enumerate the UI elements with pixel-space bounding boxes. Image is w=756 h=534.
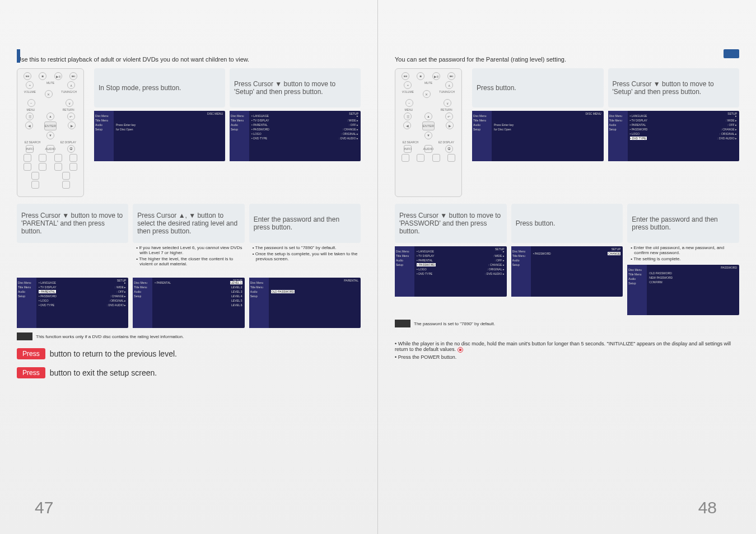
row-2-right: Press Cursor ▼ button to move to 'PASSWO… — [395, 204, 739, 315]
step-1: In Stop mode, press button. DISC MENU Di… — [94, 68, 225, 197]
remote-illustration: ⏮■▶Ⅱ⏭ +MUTE∧ VOLUME✕TUNING/CH −∨ MENURET… — [17, 68, 84, 197]
footer-return-text: button to return to the previous level. — [50, 349, 177, 358]
screenshot-disc-menu: DISC MENU Disc MenuTitle MenuAudioSetup … — [94, 111, 225, 161]
note-row-right: The password is set to "7890" by default… — [395, 320, 739, 327]
step-2: Press Cursor ▼ button to move to 'Setup'… — [230, 68, 361, 197]
intro-text-right: You can set the password for the Parenta… — [395, 56, 739, 63]
heading-bar — [17, 49, 20, 63]
note-row: This function works only if a DVD disc c… — [17, 332, 361, 340]
step-5-right-text: Enter the password and then press button… — [627, 204, 739, 243]
press-pill: Press — [17, 348, 45, 359]
screenshot-change: SETUP Disc MenuTitle MenuAudioSetup • PA… — [511, 246, 623, 297]
footer-return: Press button to return to the previous l… — [17, 348, 361, 359]
screenshot-password-fields: PASSWORD Disc MenuTitle MenuAudioSetup O… — [627, 265, 739, 315]
screenshot-parental-hl: SETUP Disc MenuTitle MenuAudioSetup • LA… — [17, 278, 128, 328]
note-tag — [17, 332, 32, 340]
step-4-right-text: Press button. — [511, 204, 623, 243]
step-5-notes: The password is set to "7890" by default… — [249, 245, 361, 261]
screenshot-setup-right: SETUP Disc MenuTitle MenuAudioSetup • LA… — [608, 111, 740, 161]
step-3-right-text: Press Cursor ▼ button to move to 'PASSWO… — [395, 204, 507, 243]
stop-icon — [458, 347, 463, 353]
row-1: ⏮■▶Ⅱ⏭ +MUTE∧ VOLUME✕TUNING/CH −∨ MENURET… — [17, 68, 361, 197]
step-4-text: Press Cursor ▲, ▼ button to select the d… — [133, 204, 244, 243]
step-2-right-text: Press Cursor ▼ button to move to 'Setup'… — [608, 68, 740, 107]
row-2-shots: SETUP Disc MenuTitle MenuAudioSetup • LA… — [17, 274, 361, 328]
step-5-right-notes: Enter the old password, a new password, … — [627, 245, 739, 261]
row-1-right: ⏮■▶Ⅱ⏭ +MUTE∧ VOLUME✕TUNING/CH −∨ MENURET… — [395, 68, 739, 197]
page-number: 47 — [35, 498, 53, 517]
note-text: This function works only if a DVD disc c… — [36, 334, 184, 339]
page-spread: Use this to restrict playback of adult o… — [0, 0, 756, 534]
page-right: You can set the password for the Parenta… — [378, 0, 756, 534]
heading-bar-right — [724, 49, 739, 58]
step-5-text: Enter the password and then press button… — [249, 204, 361, 243]
page-left: Use this to restrict playback of adult o… — [0, 0, 378, 534]
note-text-right: The password is set to "7890" by default… — [414, 321, 495, 326]
page-number-right: 48 — [698, 498, 717, 517]
step-1-text: In Stop mode, press button. — [94, 68, 225, 107]
step-4-notes: If you have selected Level 6, you cannot… — [133, 245, 244, 266]
footer-exit: Press button to exit the setup screen. — [17, 367, 361, 378]
screenshot-password-hl: SETUP Disc MenuTitle MenuAudioSetup • LA… — [395, 246, 507, 297]
press-pill: Press — [17, 367, 45, 378]
screenshot-levels: SETUP Disc MenuTitle MenuAudioSetup • PA… — [133, 278, 244, 328]
screenshot-old-password: PARENTAL Disc MenuTitle MenuAudioSetup O… — [249, 278, 361, 328]
step-2-text: Press Cursor ▼ button to move to 'Setup'… — [230, 68, 361, 107]
step-2-right: Press Cursor ▼ button to move to 'Setup'… — [608, 68, 740, 197]
intro-text: Use this to restrict playback of adult o… — [17, 56, 361, 63]
remote-illustration-right: ⏮■▶Ⅱ⏭ +MUTE∧ VOLUME✕TUNING/CH −∨ MENURET… — [395, 68, 462, 197]
row-2-heads: Press Cursor ▼ button to move to 'PARENT… — [17, 204, 361, 268]
step-3-text: Press Cursor ▼ button to move to 'PARENT… — [17, 204, 128, 243]
screenshot-setup: SETUP Disc MenuTitle MenuAudioSetup • LA… — [230, 111, 361, 161]
reset-instructions: • While the player is in the no disc mod… — [395, 341, 739, 360]
step-1-right-text: Press button. — [472, 68, 604, 107]
step-1-right: Press button. DISC MENU Disc MenuTitle M… — [472, 68, 604, 197]
footer-exit-text: button to exit the setup screen. — [50, 368, 157, 377]
screenshot-disc-right: DISC MENU Disc MenuTitle MenuAudioSetup … — [472, 111, 604, 161]
note-tag — [395, 320, 410, 327]
